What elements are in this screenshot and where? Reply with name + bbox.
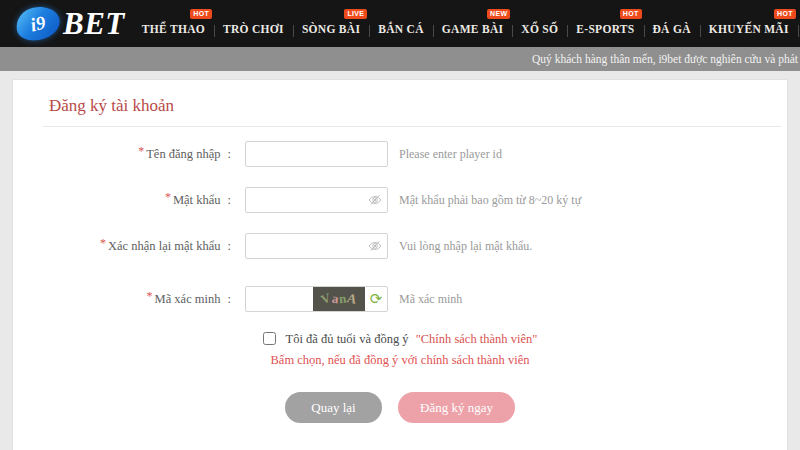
captcha-field: VanA ⟳ [245, 286, 388, 312]
required-asterisk: * [147, 289, 153, 304]
password-row: * Mật khẩu : Mật khẩu phải bao gồm từ 8~… [13, 187, 787, 213]
confirm-password-hint: Vui lòng nhập lại mật khẩu. [399, 239, 532, 254]
captcha-refresh-icon[interactable]: ⟳ [365, 290, 387, 308]
required-asterisk: * [138, 144, 144, 159]
logo[interactable]: i9 BET [16, 6, 125, 42]
nav-item-label: ĐÁ GÀ [653, 23, 691, 35]
nav-item-label: E-SPORTS [576, 23, 634, 35]
register-button[interactable]: Đăng ký ngay [398, 392, 515, 423]
username-label: * Tên đăng nhập : [13, 147, 245, 162]
required-asterisk: * [100, 236, 106, 251]
captcha-hint: Mã xác minh [399, 292, 462, 307]
confirm-password-row: * Xác nhận lại mật khẩu : Vui lòng nhập … [13, 233, 787, 259]
notice-ticker: Quý khách hàng thân mến, i9bet được nghi… [0, 47, 800, 71]
confirm-password-input[interactable] [245, 233, 388, 259]
logo-gem-icon: i9 [13, 3, 63, 44]
nav-item-label: THỂ THAO [142, 23, 205, 35]
username-row: * Tên đăng nhập : Please enter player id [13, 141, 787, 167]
nav-item-4[interactable]: BẮN CÁ [369, 23, 433, 35]
registration-form: * Tên đăng nhập : Please enter player id… [13, 141, 787, 423]
password-hint: Mật khẩu phải bao gồm từ 8~20 ký tự [399, 193, 581, 208]
nav-item-3[interactable]: LIVESÒNG BÀI [293, 23, 369, 35]
eye-invisible-icon[interactable] [368, 193, 382, 207]
nav-item-6[interactable]: XỔ SỐ [512, 23, 567, 35]
nav-item-label: TRÒ CHƠI [223, 23, 284, 35]
nav-item-8[interactable]: ĐÁ GÀ [644, 23, 700, 35]
button-row: Quay lại Đăng ký ngay [13, 392, 787, 423]
username-input[interactable] [245, 141, 388, 167]
captcha-label: * Mã xác minh : [13, 292, 245, 307]
nav-item-label: XỔ SỐ [521, 23, 558, 35]
agreement-text: Tôi đã đủ tuổi và đồng ý [286, 332, 409, 346]
agreement-note: Bấm chọn, nếu đã đồng ý với chính sách t… [13, 353, 787, 368]
nav-item-5[interactable]: NEWGAME BÀI [433, 23, 513, 35]
username-hint: Please enter player id [399, 147, 502, 162]
notice-ticker-text: Quý khách hàng thân mến, i9bet được nghi… [532, 53, 798, 65]
registration-card: Đăng ký tài khoản * Tên đăng nhập : Plea… [12, 79, 788, 450]
back-button[interactable]: Quay lại [285, 392, 382, 423]
confirm-password-label: * Xác nhận lại mật khẩu : [13, 239, 245, 254]
nav-badge: LIVE [344, 9, 367, 19]
top-nav: i9 BET HOTTHỂ THAOTRÒ CHƠILIVESÒNG BÀIBẮ… [0, 0, 800, 47]
agreement-checkbox[interactable] [263, 332, 276, 345]
captcha-row: * Mã xác minh : VanA ⟳ Mã xác minh [13, 286, 787, 312]
logo-gem-text: i9 [28, 11, 47, 36]
nav-item-1[interactable]: HOTTHỂ THAO [133, 23, 214, 35]
page-title: Đăng ký tài khoản [49, 96, 787, 116]
nav-badge: HOT [190, 9, 212, 19]
policy-link[interactable]: "Chính sách thành viên" [416, 332, 538, 346]
agreement-row: Tôi đã đủ tuổi và đồng ý "Chính sách thà… [13, 332, 787, 347]
captcha-image[interactable]: VanA [313, 287, 365, 311]
nav-item-7[interactable]: HOTE-SPORTS [567, 23, 643, 35]
nav-item-2[interactable]: TRÒ CHƠI [214, 23, 293, 35]
required-asterisk: * [165, 190, 171, 205]
nav-item-label: GAME BÀI [442, 23, 504, 35]
password-input[interactable] [245, 187, 388, 213]
nav-badge: HOT [774, 9, 796, 19]
title-divider [43, 126, 781, 127]
nav-menu: HOTTHỂ THAOTRÒ CHƠILIVESÒNG BÀIBẮN CÁNEW… [133, 23, 800, 35]
password-label: * Mật khẩu : [13, 193, 245, 208]
nav-item-label: KHUYẾN MÃI [709, 23, 789, 35]
eye-invisible-icon[interactable] [368, 239, 382, 253]
nav-badge: NEW [487, 9, 510, 19]
captcha-char: A [346, 290, 359, 308]
nav-item-label: SÒNG BÀI [302, 23, 360, 35]
captcha-input[interactable] [246, 288, 313, 310]
logo-brand-text: BET [63, 6, 125, 42]
nav-badge: HOT [620, 9, 642, 19]
nav-item-label: BẮN CÁ [378, 23, 424, 35]
nav-item-9[interactable]: HOTKHUYẾN MÃI [700, 23, 798, 35]
